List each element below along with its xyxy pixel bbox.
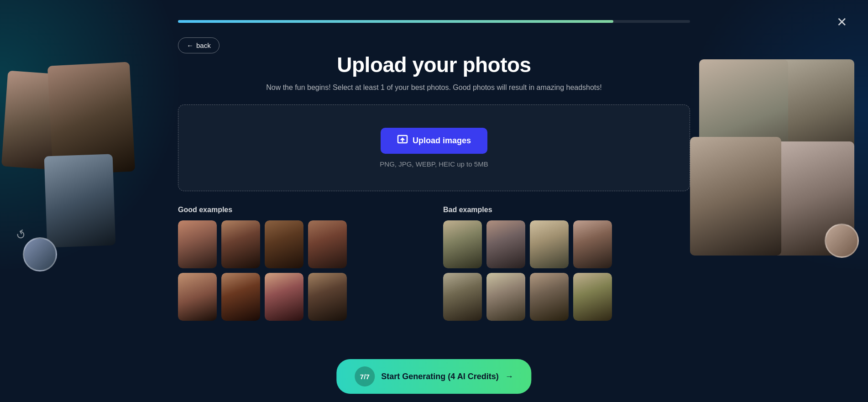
progress-bar-container — [178, 20, 690, 23]
progress-bar-fill — [178, 20, 613, 23]
good-photo-placeholder-5 — [178, 273, 217, 321]
bad-examples-photos-row2 — [443, 273, 690, 321]
bad-example-photo-4 — [573, 220, 612, 268]
good-example-photo-2 — [221, 220, 260, 268]
bad-photo-placeholder-2 — [486, 220, 525, 268]
bad-photo-placeholder-5 — [443, 273, 482, 321]
back-button[interactable]: ← back — [178, 37, 220, 53]
generate-button-label: Start Generating (4 AI Credits) — [381, 372, 498, 381]
side-photo-left-circle — [23, 237, 57, 271]
bad-example-photo-3 — [530, 220, 569, 268]
good-example-photo-7 — [265, 273, 303, 321]
good-example-photo-3 — [265, 220, 303, 268]
bad-examples-group: Bad examples — [443, 206, 690, 321]
good-photo-placeholder-8 — [308, 273, 347, 321]
good-example-photo-4 — [308, 220, 347, 268]
good-example-photo-8 — [308, 273, 347, 321]
upload-icon — [397, 134, 408, 147]
side-photo-left-3 — [44, 154, 116, 247]
bad-example-photo-1 — [443, 220, 482, 268]
main-content: Upload your photos Now the fun begins! S… — [178, 52, 690, 321]
side-photos-left: ↺ ↺ — [9, 64, 173, 283]
good-examples-photos — [178, 220, 425, 268]
good-examples-label: Good examples — [178, 206, 425, 214]
side-photos-right: ↺ — [690, 59, 863, 287]
bad-photo-placeholder-1 — [443, 220, 482, 268]
good-examples-group: Good examples — [178, 206, 425, 321]
generate-arrow-icon: → — [505, 372, 513, 381]
bad-photo-placeholder-3 — [530, 220, 569, 268]
bad-examples-label: Bad examples — [443, 206, 690, 214]
page-title: Upload your photos — [337, 52, 531, 77]
bad-example-photo-2 — [486, 220, 525, 268]
upload-button-label: Upload images — [413, 136, 471, 146]
bad-photo-placeholder-4 — [573, 220, 612, 268]
bad-example-photo-8 — [573, 273, 612, 321]
side-photo-right-circle — [825, 224, 859, 258]
bad-example-photo-7 — [530, 273, 569, 321]
upload-dropzone[interactable]: Upload images PNG, JPG, WEBP, HEIC up to… — [178, 104, 690, 191]
examples-container: Good examples — [178, 206, 690, 321]
bad-example-photo-6 — [486, 273, 525, 321]
close-button[interactable]: ✕ — [833, 14, 850, 30]
good-photo-placeholder-4 — [308, 220, 347, 268]
good-photo-placeholder-2 — [221, 220, 260, 268]
back-label: back — [196, 42, 211, 49]
upload-hint: PNG, JPG, WEBP, HEIC up to 5MB — [380, 160, 488, 168]
upload-images-button[interactable]: Upload images — [381, 128, 487, 154]
good-photo-placeholder-6 — [221, 273, 260, 321]
bad-photo-placeholder-8 — [573, 273, 612, 321]
bad-example-photo-5 — [443, 273, 482, 321]
generate-button[interactable]: 7/7 Start Generating (4 AI Credits) → — [336, 359, 531, 394]
bad-photo-placeholder-7 — [530, 273, 569, 321]
good-example-photo-5 — [178, 273, 217, 321]
back-arrow-icon: ← — [187, 42, 193, 49]
good-examples-photos-row2 — [178, 273, 425, 321]
bad-photo-placeholder-6 — [486, 273, 525, 321]
bad-examples-photos — [443, 220, 690, 268]
left-arrow-icon-1: ↺ — [13, 227, 29, 244]
good-photo-placeholder-1 — [178, 220, 217, 268]
photo-count-badge: 7/7 — [355, 366, 375, 386]
good-photo-placeholder-7 — [265, 273, 303, 321]
side-photo-right-3 — [690, 137, 781, 256]
good-photo-placeholder-3 — [265, 220, 303, 268]
good-example-photo-1 — [178, 220, 217, 268]
good-example-photo-6 — [221, 273, 260, 321]
page-subtitle: Now the fun begins! Select at least 1 of… — [266, 84, 602, 92]
